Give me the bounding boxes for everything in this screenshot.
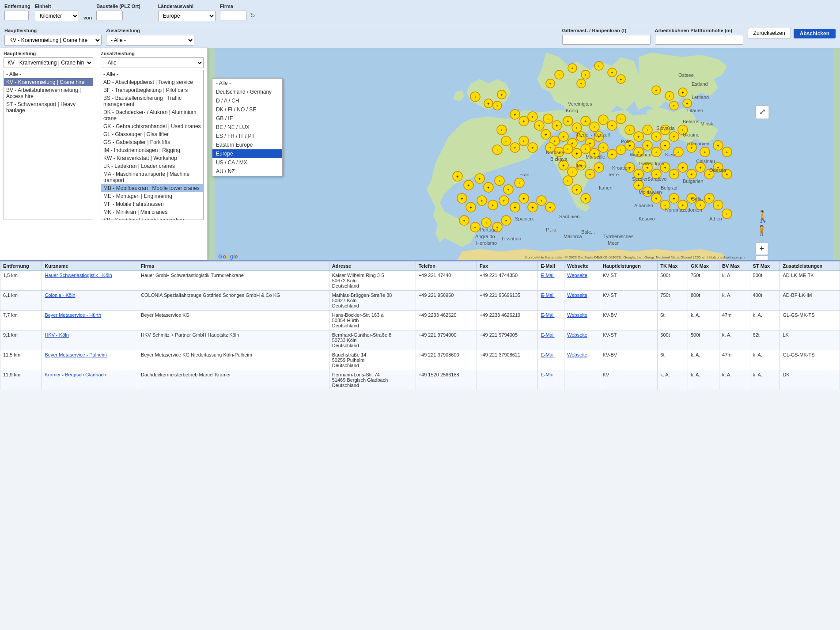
list-item[interactable]: MK - Minikran | Mini cranes: [101, 208, 203, 216]
list-item[interactable]: IM - Industriemontagen | Rigging: [101, 146, 203, 154]
list-item[interactable]: ST - Schwertransport | Heavy haulage: [4, 100, 93, 114]
zusatz-main-select[interactable]: - Alle -: [101, 57, 204, 68]
list-item[interactable]: MA - Maschinentransporte | Machine trans…: [101, 170, 203, 184]
svg-text:Kroatien: Kroatien: [612, 165, 630, 171]
list-item[interactable]: LK - Ladekran | Loader cranes: [101, 162, 203, 170]
list-item[interactable]: - Alle -: [101, 70, 203, 78]
sidebar-panel: Hauptleistung KV - Kranvermietung | Cran…: [0, 48, 208, 260]
svg-text:+: +: [584, 197, 586, 201]
cell-email[interactable]: E-Mail: [538, 350, 564, 370]
svg-text:+: +: [492, 203, 494, 208]
cell-kurzname[interactable]: Beyer Metaservice - Pulheim: [42, 350, 138, 370]
dd-item-us[interactable]: US / CA / MX: [212, 158, 282, 167]
list-item[interactable]: GS - Gabelstapler | Fork lifts: [101, 138, 203, 146]
results-table: Entfernung Kurzname Firma Adresse Telefo…: [0, 261, 840, 390]
gittermast-input[interactable]: [562, 35, 651, 45]
dd-item-es[interactable]: ES / FR / IT / PT: [212, 132, 282, 140]
haupt-col: Hauptleistung KV - Kranvermietung | Cran…: [0, 48, 97, 260]
cell-tk-max: 750t: [658, 291, 688, 311]
dd-item-dk[interactable]: DK / FI / NO / SE: [212, 105, 282, 114]
list-item[interactable]: BS - Baustellensicherung | Traffic manag…: [101, 94, 203, 108]
cell-email[interactable]: E-Mail: [538, 311, 564, 330]
cell-firma: Beyer Metaservice KG Niederlassung Köln-…: [138, 350, 329, 370]
svg-text:+: +: [620, 148, 622, 152]
zusatzleistung-select[interactable]: - Alle -: [106, 35, 194, 46]
dd-item-alle[interactable]: - Alle -: [212, 79, 282, 87]
cell-webseite[interactable]: Webseite: [564, 350, 600, 370]
dd-item-be[interactable]: BE / NE / LUX: [212, 123, 282, 132]
svg-text:Ostsee: Ostsee: [678, 72, 694, 78]
col-st-max: ST Max: [750, 262, 780, 271]
list-item[interactable]: GL - Glassauger | Glas lifter: [101, 130, 203, 138]
haupt-main-select[interactable]: KV - Kranvermietung | Crane hire: [4, 57, 93, 68]
svg-text:+: +: [646, 128, 648, 133]
cell-webseite[interactable]: Webseite: [564, 291, 600, 311]
einheit-label: Einheit: [35, 4, 79, 9]
dd-item-dach[interactable]: D / A / CH: [212, 96, 282, 105]
firma-input[interactable]: [220, 11, 246, 20]
list-item[interactable]: GK - Gebrauchtkranhandel | Used cranes: [101, 122, 203, 130]
svg-text:Kurzbefehle  Kartendaten © 202: Kurzbefehle Kartendaten © 2023 GeoBasis-…: [525, 255, 745, 259]
list-item[interactable]: MF - Mobile Fahrstrassen: [101, 200, 203, 208]
zuruecksetzen-button[interactable]: Zurücksetzen: [748, 28, 791, 38]
haupt-listbox[interactable]: - Alle - KV - Kranvermietung | Crane hir…: [4, 70, 93, 220]
list-item[interactable]: MB - Mobilbaukran | Mobile tower cranes: [101, 184, 203, 192]
hauptleistung-select[interactable]: KV - Kranvermietung | Crane hire: [4, 35, 102, 46]
svg-text:+: +: [584, 147, 586, 152]
cell-adresse: Kaiser Wilhelm Ring 3-550672 KölnDeutsch…: [329, 271, 416, 291]
list-item[interactable]: KV - Kranvermietung | Crane hire: [4, 78, 93, 86]
list-item[interactable]: BV - Arbeitsbühnenvermietung | Access hi…: [4, 86, 93, 100]
einheit-select[interactable]: Kilometer Meilen: [35, 11, 79, 21]
list-item[interactable]: ME - Montagen | Engineering: [101, 192, 203, 200]
cell-st-max: 62t: [750, 330, 780, 350]
entfernung-label: Entfernung: [4, 4, 30, 9]
svg-text:+: +: [637, 135, 639, 139]
svg-text:+: +: [673, 197, 675, 201]
cell-kurzname[interactable]: Beyer Metaservice - Hürth: [42, 311, 138, 330]
dd-item-gb[interactable]: GB / IE: [212, 114, 282, 123]
baustelle-input[interactable]: [96, 11, 123, 20]
list-item[interactable]: SP - Spedition | Freight forwarding: [101, 216, 203, 220]
cell-webseite[interactable]: Webseite: [564, 311, 600, 330]
svg-text:⤢: ⤢: [759, 107, 766, 116]
dd-item-eu[interactable]: Europe: [212, 149, 282, 158]
laender-select[interactable]: - Alle - Deutschland / Germany D / A / C…: [158, 11, 216, 21]
entfernung-input[interactable]: [4, 11, 29, 20]
cell-webseite[interactable]: [564, 370, 600, 390]
list-item[interactable]: DK - Dachdecker- / Alukran | Aluminium c…: [101, 108, 203, 122]
svg-text:+: +: [673, 135, 675, 139]
cell-adresse: Hans-Böckler-Str. 163 a50354 HürthDeutsc…: [329, 311, 416, 330]
svg-text:+: +: [549, 82, 551, 86]
cell-email[interactable]: E-Mail: [538, 330, 564, 350]
list-item[interactable]: - Alle -: [4, 70, 93, 78]
cell-kurzname[interactable]: Hauer Schwerlastlogistik - Köln: [42, 271, 138, 291]
refresh-button[interactable]: ↻: [248, 12, 257, 19]
zusatz-listbox[interactable]: - Alle - AD - Abschleppdienst | Towing s…: [101, 70, 204, 220]
list-item[interactable]: KW - Kranwerkstatt | Workshop: [101, 154, 203, 162]
list-item[interactable]: AD - Abschleppdienst | Towing service: [101, 78, 203, 86]
cell-email[interactable]: E-Mail: [538, 291, 564, 311]
dd-item-de[interactable]: Deutschland / Germany: [212, 87, 282, 96]
svg-text:Sardinien: Sardinien: [559, 214, 579, 219]
cell-email[interactable]: E-Mail: [538, 370, 564, 390]
cell-kurzname[interactable]: HKV - Köln: [42, 330, 138, 350]
list-item[interactable]: BF - Transportbegleitung | Pilot cars: [101, 86, 203, 94]
cell-webseite[interactable]: Webseite: [564, 271, 600, 291]
arbeitsbuehnen-input[interactable]: [655, 35, 743, 45]
svg-text:+: +: [496, 148, 498, 152]
cell-kurzname[interactable]: Krämer - Bergisch Gladbach: [42, 370, 138, 390]
dd-item-ee[interactable]: Eastern Europe: [212, 140, 282, 149]
svg-text:Chisinau: Chisinau: [696, 159, 715, 164]
dd-item-au[interactable]: AU / NZ: [212, 167, 282, 176]
svg-text:+: +: [571, 170, 573, 175]
cell-entfernung: 11,9 km: [0, 370, 42, 390]
map-area[interactable]: + + + + + + + + + + + +: [208, 48, 840, 260]
abschicken-button[interactable]: Abschicken: [794, 29, 836, 38]
svg-text:+: +: [553, 139, 556, 144]
cell-kurzname[interactable]: Colonia - Köln: [42, 291, 138, 311]
svg-text:+: +: [584, 73, 586, 77]
cell-email[interactable]: E-Mail: [538, 271, 564, 291]
cell-webseite[interactable]: Webseite: [564, 330, 600, 350]
col-zusatz: Zusatzleistungen: [780, 262, 840, 271]
svg-text:Serbien: Serbien: [632, 176, 649, 182]
